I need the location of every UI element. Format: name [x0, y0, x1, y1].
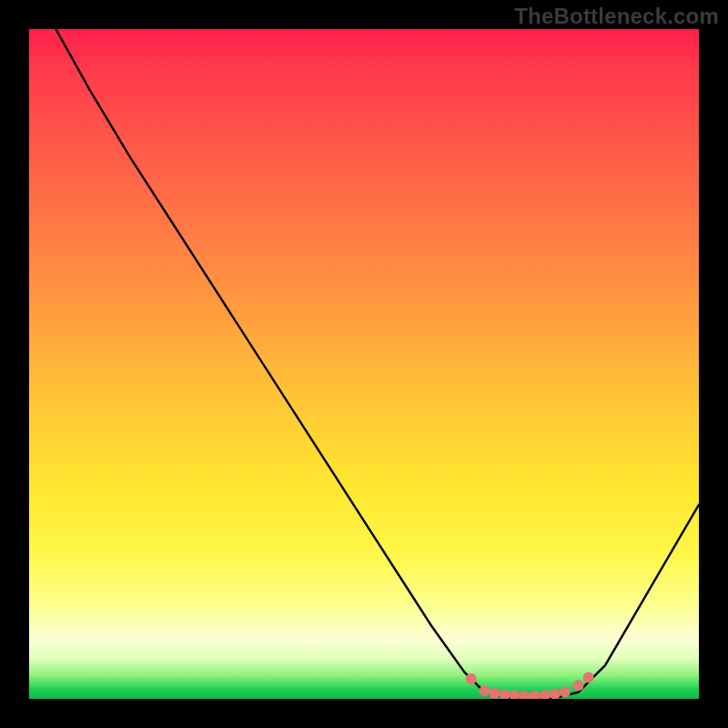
marker-dot: [540, 690, 551, 699]
marker-dot: [490, 688, 500, 699]
bottleneck-curve-path: [56, 29, 699, 699]
marker-dot: [573, 680, 584, 691]
marker-dot: [520, 691, 531, 699]
marker-dot: [480, 685, 490, 696]
plot-area: [29, 29, 699, 699]
marker-dot: [550, 689, 561, 699]
optimal-band-markers: [466, 672, 594, 699]
marker-dot: [530, 691, 541, 699]
marker-dot: [500, 690, 511, 699]
marker-dot: [510, 690, 521, 699]
chart-frame: TheBottleneck.com: [0, 0, 728, 728]
marker-dot: [583, 672, 594, 682]
chart-svg: [29, 29, 699, 699]
watermark-text: TheBottleneck.com: [514, 4, 719, 29]
marker-dot: [466, 673, 477, 684]
marker-dot: [560, 687, 571, 698]
